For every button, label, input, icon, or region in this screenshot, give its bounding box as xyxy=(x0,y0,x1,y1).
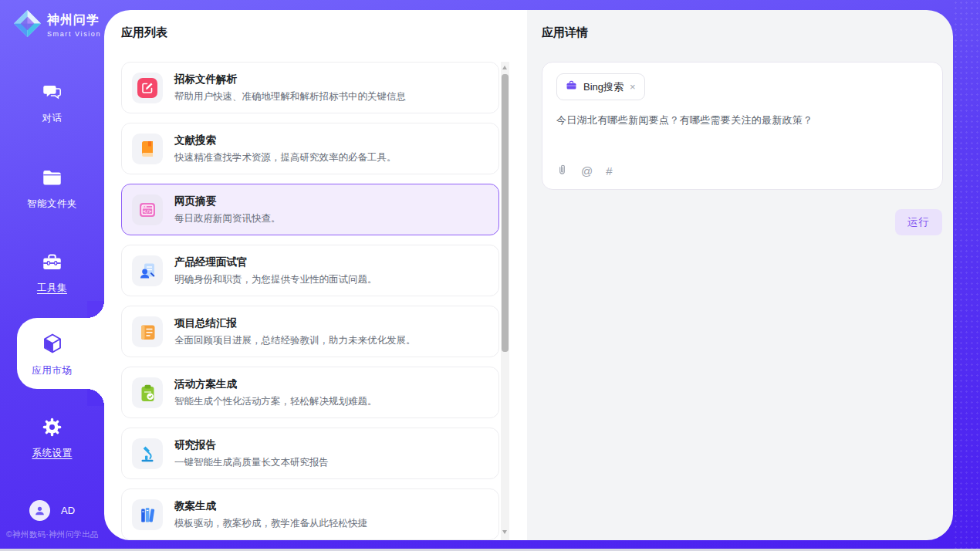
gear-icon xyxy=(42,417,63,441)
cube-icon xyxy=(41,332,64,358)
sidebar-item-chat[interactable]: 对话 xyxy=(0,82,104,125)
app-card-name: 文献搜索 xyxy=(174,134,397,147)
app-card-name: 教案生成 xyxy=(174,499,367,513)
app-card-name: 项目总结汇报 xyxy=(174,316,416,330)
brand-subtitle: Smart Vision xyxy=(47,30,101,38)
brand-name: 神州问学 xyxy=(47,12,101,29)
app-card-web-summary[interactable]: </> 网页摘要 每日政府新闻资讯快查。 xyxy=(121,184,499,235)
toolbox-icon xyxy=(42,252,63,276)
app-detail-title: 应用详情 xyxy=(542,25,588,40)
folder-icon xyxy=(42,167,63,191)
sidebar-item-label: 系统设置 xyxy=(32,447,73,460)
app-card-desc: 全面回顾项目进展，总结经验教训，助力未来优化发展。 xyxy=(174,334,416,347)
app-card-desc: 快速精准查找学术资源，提高研究效率的必备工具。 xyxy=(174,151,397,164)
app-card-desc: 每日政府新闻资讯快查。 xyxy=(174,212,281,225)
web-summary-icon: </> xyxy=(132,194,163,225)
sidebar-item-label: 应用市场 xyxy=(32,364,73,377)
app-list-panel: 应用列表 招标文件解析 帮助用户快速、准确地理解和解析招标书中的关键信息 xyxy=(104,10,527,540)
app-card-name: 研究报告 xyxy=(174,438,329,452)
user-initials: AD xyxy=(61,505,75,516)
chat-icon xyxy=(42,82,63,106)
app-card-desc: 明确身份和职责，为您提供专业性的面试问题。 xyxy=(174,273,377,286)
tool-tag-label: Bing搜索 xyxy=(583,80,623,94)
composer-toolbar: @ # xyxy=(556,163,613,179)
tag-close-icon[interactable]: × xyxy=(630,82,636,92)
bid-parse-icon xyxy=(132,73,163,103)
scroll-up-arrow-icon[interactable] xyxy=(502,66,507,69)
query-composer[interactable]: Bing搜索 × 今日湖北有哪些新闻要点？有哪些需要关注的最新政策？ @ # xyxy=(542,62,943,190)
research-report-icon xyxy=(132,438,163,469)
content-frame: 应用列表 招标文件解析 帮助用户快速、准确地理解和解析招标书中的关键信息 xyxy=(104,10,953,540)
sidebar-item-label: 智能文件夹 xyxy=(27,198,77,211)
run-button[interactable]: 运行 xyxy=(895,209,942,235)
app-card-event-plan[interactable]: 活动方案生成 智能生成个性化活动方案，轻松解决规划难题。 xyxy=(121,367,499,418)
lesson-plan-icon xyxy=(132,499,163,530)
query-text[interactable]: 今日湖北有哪些新闻要点？有哪些需要关注的最新政策？ xyxy=(556,113,928,127)
app-card-bid-parse[interactable]: 招标文件解析 帮助用户快速、准确地理解和解析招标书中的关键信息 xyxy=(121,62,499,113)
project-summary-icon xyxy=(132,316,163,347)
avatar xyxy=(29,500,50,521)
sidebar-item-label: 工具集 xyxy=(37,282,67,295)
tool-tag-bing-search[interactable]: Bing搜索 × xyxy=(556,73,645,100)
event-plan-icon xyxy=(132,377,163,408)
app-card-desc: 智能生成个性化活动方案，轻松解决规划难题。 xyxy=(174,395,377,408)
sidebar-item-app-market[interactable]: 应用市场 xyxy=(0,332,104,377)
scroll-down-arrow-icon[interactable] xyxy=(502,530,507,534)
app-card-name: 招标文件解析 xyxy=(174,73,406,86)
app-list-scrollbar[interactable] xyxy=(501,62,509,540)
sidebar-item-smart-folder[interactable]: 智能文件夹 xyxy=(0,167,104,211)
literature-search-icon xyxy=(132,134,163,164)
brand-diamond-icon xyxy=(13,9,42,41)
app-card-project-summary[interactable]: 项目总结汇报 全面回顾项目进展，总结经验教训，助力未来优化发展。 xyxy=(121,306,499,357)
app-card-desc: 帮助用户快速、准确地理解和解析招标书中的关键信息 xyxy=(174,90,406,103)
app-card-name: 网页摘要 xyxy=(174,194,281,208)
sidebar: 神州问学 Smart Vision 对话 智能文件夹 xyxy=(0,0,104,551)
app-card-desc: 模板驱动，教案秒成，教学准备从此轻松快捷 xyxy=(174,517,367,530)
app-list-title: 应用列表 xyxy=(121,25,167,40)
sidebar-item-toolset[interactable]: 工具集 xyxy=(0,252,104,295)
app-detail-panel: 应用详情 Bing搜索 × 今日湖北有哪些新闻要点？有哪些需要关注的最新政策？ xyxy=(527,10,953,540)
hash-icon[interactable]: # xyxy=(606,164,612,177)
pm-interviewer-icon xyxy=(132,255,163,286)
app-card-desc: 一键智能生成高质量长文本研究报告 xyxy=(174,456,329,469)
mention-icon[interactable]: @ xyxy=(581,164,593,177)
app-card-name: 活动方案生成 xyxy=(174,377,377,391)
scrollbar-thumb[interactable] xyxy=(502,74,509,352)
attachment-icon[interactable] xyxy=(556,163,568,179)
brand-logo: 神州问学 Smart Vision xyxy=(13,9,101,41)
app-card-pm-interviewer[interactable]: 产品经理面试官 明确身份和职责，为您提供专业性的面试问题。 xyxy=(121,245,499,296)
app-card-research-report[interactable]: 研究报告 一键智能生成高质量长文本研究报告 xyxy=(121,428,499,479)
right-frame-texture xyxy=(953,0,980,551)
app-card-literature-search[interactable]: 文献搜索 快速精准查找学术资源，提高研究效率的必备工具。 xyxy=(121,123,499,174)
app-card-lesson-plan[interactable]: 教案生成 模板驱动，教案秒成，教学准备从此轻松快捷 xyxy=(121,488,499,540)
briefcase-icon xyxy=(566,79,577,94)
user-account[interactable]: AD xyxy=(29,500,75,521)
sidebar-item-settings[interactable]: 系统设置 xyxy=(0,417,104,460)
app-card-name: 产品经理面试官 xyxy=(174,255,377,269)
svg-text:</>: </> xyxy=(144,208,152,214)
sidebar-item-label: 对话 xyxy=(42,112,63,125)
copyright-text: ©神州数码·神州问学出品 xyxy=(6,529,99,540)
app-card-list: 招标文件解析 帮助用户快速、准确地理解和解析招标书中的关键信息 文献搜索 快速精… xyxy=(121,62,499,540)
